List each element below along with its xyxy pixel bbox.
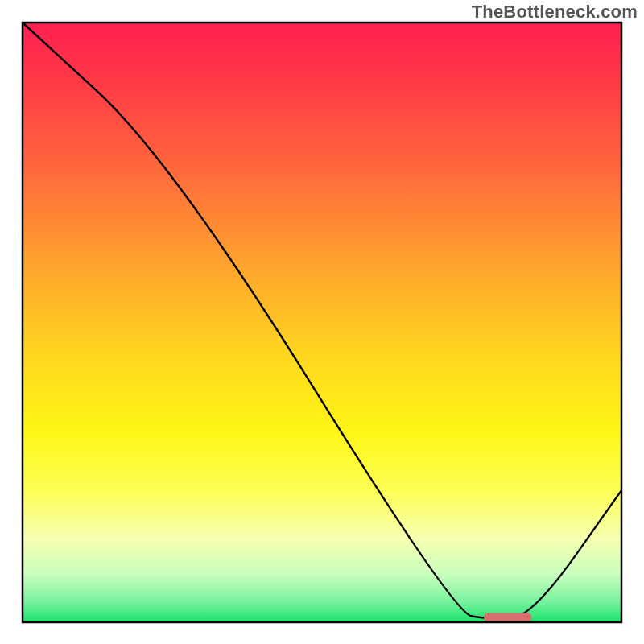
plot-svg <box>0 0 644 644</box>
optimum-marker <box>484 613 532 622</box>
plot-background <box>23 23 621 622</box>
bottleneck-chart: TheBottleneck.com <box>0 0 644 644</box>
